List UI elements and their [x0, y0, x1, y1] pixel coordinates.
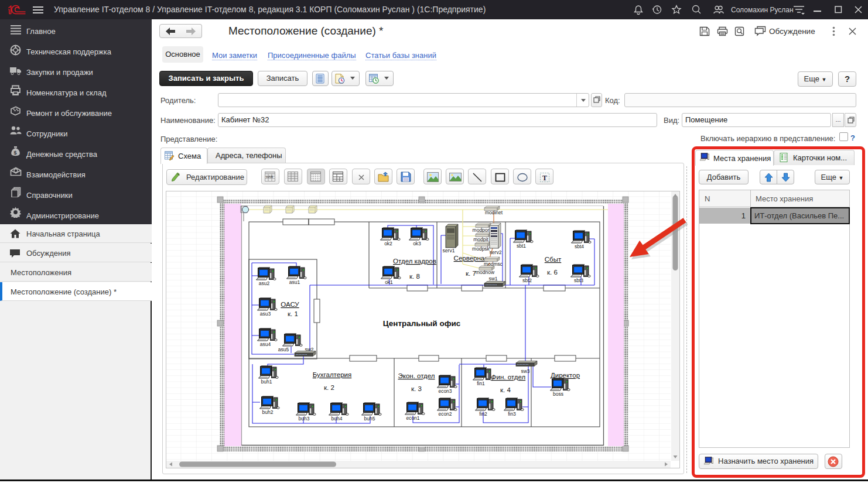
svg-text:econ3: econ3: [438, 388, 452, 394]
svg-text:к. 6: к. 6: [547, 269, 558, 276]
svg-text:asu4: asu4: [260, 341, 271, 347]
svg-text:econ2: econ2: [438, 411, 452, 417]
svg-text:serv2: serv2: [490, 249, 502, 255]
svg-text:НАВ: НАВ: [266, 175, 273, 179]
svg-text:asu5: asu5: [278, 347, 289, 352]
svg-text:asu2: asu2: [259, 280, 270, 286]
svg-text:sw1: sw1: [488, 276, 497, 282]
svg-text:к. 3: к. 3: [411, 385, 422, 392]
svg-text:Фин. отдел: Фин. отдел: [491, 374, 525, 381]
svg-text:к. 1: к. 1: [288, 310, 298, 317]
svg-text:ОАСУ: ОАСУ: [281, 301, 299, 308]
svg-text:buh1: buh1: [261, 379, 272, 385]
svg-text:Бухгалтерия: Бухгалтерия: [313, 371, 351, 378]
svg-text:к. 7: к. 7: [466, 270, 476, 277]
svg-text:Серверная: Серверная: [454, 255, 488, 262]
svg-text:к. 4: к. 4: [500, 386, 511, 393]
svg-text:sw3: sw3: [521, 368, 529, 374]
svg-text:fin3: fin3: [508, 411, 516, 417]
svg-text:fin2: fin2: [479, 411, 487, 417]
svg-text:serv1: serv1: [443, 248, 455, 254]
svg-text:к. 8: к. 8: [409, 273, 420, 280]
svg-text:asu3: asu3: [260, 311, 271, 317]
svg-text:buh3: buh3: [299, 416, 310, 422]
svg-text:sbt3: sbt3: [574, 278, 583, 283]
svg-text:econ1: econ1: [406, 415, 419, 421]
svg-text:sbt1: sbt1: [517, 243, 526, 249]
svg-text:sbt4: sbt4: [575, 244, 584, 249]
svg-text:fin1: fin1: [477, 381, 485, 386]
svg-text:buh5: buh5: [364, 416, 375, 422]
svg-text:boss: boss: [553, 391, 563, 397]
svg-text:Отдел кадров: Отдел кадров: [393, 258, 436, 265]
svg-text:buh4: buh4: [332, 416, 343, 422]
svg-text:T: T: [542, 174, 547, 182]
svg-text:buh2: buh2: [262, 409, 274, 415]
svg-text:Центральный офис: Центральный офис: [383, 319, 461, 328]
svg-text:ok2: ok2: [384, 241, 392, 246]
svg-text:modpit: modpit: [473, 237, 488, 242]
svg-text:Директор: Директор: [551, 372, 580, 379]
svg-text:asu1: asu1: [289, 279, 300, 285]
svg-text:sbt2: sbt2: [522, 278, 532, 283]
svg-text:Экон. отдел: Экон. отдел: [398, 372, 435, 379]
svg-text:ok3: ok3: [413, 241, 421, 246]
svg-text:Сбыт: Сбыт: [545, 256, 562, 263]
svg-text:к. 2: к. 2: [324, 384, 334, 391]
svg-text:modpor: modpor: [473, 227, 490, 233]
svg-text:modpsk: modpsk: [472, 246, 490, 252]
svg-text:ok1: ok1: [385, 279, 393, 285]
